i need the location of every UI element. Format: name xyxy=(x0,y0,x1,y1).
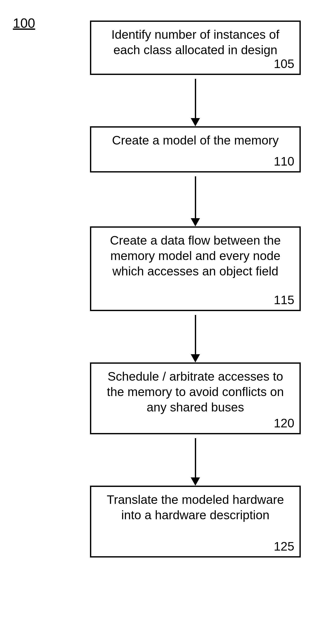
flowchart-container: Identify number of instances of each cla… xyxy=(90,21,301,558)
step-box-105: Identify number of instances of each cla… xyxy=(90,21,301,75)
step-number: 110 xyxy=(274,154,294,169)
step-number: 105 xyxy=(274,56,294,72)
step-number: 120 xyxy=(274,416,294,431)
step-box-120: Schedule / arbitrate accesses to the mem… xyxy=(90,362,301,434)
step-text: Translate the modeled hardware into a ha… xyxy=(99,492,292,523)
step-number: 125 xyxy=(274,539,294,554)
arrow-icon xyxy=(195,434,196,486)
arrow-icon xyxy=(195,172,196,226)
step-box-115: Create a data flow between the memory mo… xyxy=(90,226,301,311)
step-text: Create a data flow between the memory mo… xyxy=(99,233,292,279)
step-text: Identify number of instances of each cla… xyxy=(99,27,292,58)
diagram-reference-number: 100 xyxy=(13,15,35,31)
step-text: Schedule / arbitrate accesses to the mem… xyxy=(99,369,292,415)
step-box-125: Translate the modeled hardware into a ha… xyxy=(90,486,301,558)
step-number: 115 xyxy=(274,292,294,308)
step-text: Create a model of the memory xyxy=(99,133,292,148)
arrow-icon xyxy=(195,311,196,362)
step-box-110: Create a model of the memory 110 xyxy=(90,126,301,172)
arrow-icon xyxy=(195,75,196,126)
